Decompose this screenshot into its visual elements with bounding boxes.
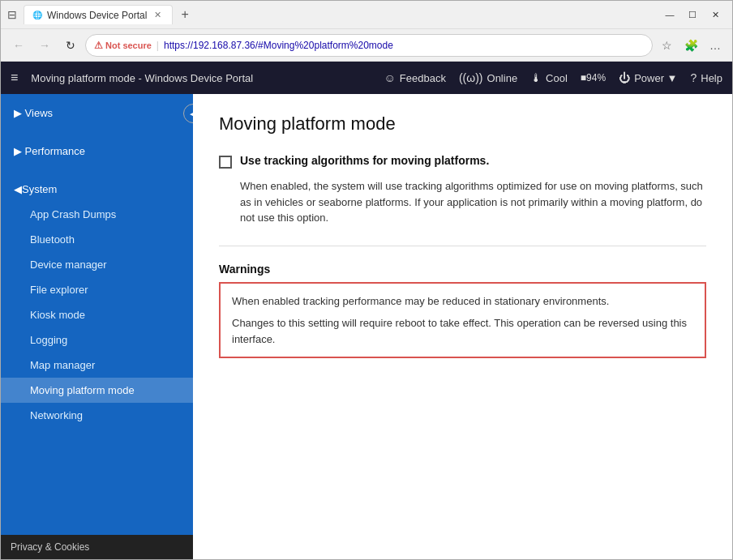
main-layout: ◀ ▶ Views ▶ Performance ◀System [1, 94, 732, 559]
minimize-button[interactable]: — [659, 6, 680, 23]
sidebar-item-bluetooth[interactable]: Bluetooth [1, 227, 193, 252]
sidebar-item-file-explorer[interactable]: File explorer [1, 277, 193, 302]
hamburger-menu-icon[interactable]: ≡ [11, 71, 18, 85]
address-url: https://192.168.87.36/#Moving%20platform… [164, 40, 393, 51]
app-title: Moving platform mode - Windows Device Po… [31, 72, 371, 84]
warnings-section: Warnings When enabled tracking performan… [219, 263, 706, 359]
nav-bar: ← → ↻ ⚠ Not secure | https://192.168.87.… [1, 29, 732, 62]
setting-description: When enabled, the system will use tracki… [240, 178, 706, 226]
sidebar: ◀ ▶ Views ▶ Performance ◀System [1, 94, 193, 559]
extensions-button[interactable]: 🧩 [680, 35, 701, 56]
performance-label: ▶ Performance [14, 145, 85, 157]
feedback-icon: ☺ [384, 71, 396, 84]
sidebar-header-views[interactable]: ▶ Views [1, 100, 193, 126]
sidebar-item-device-manager[interactable]: Device manager [1, 252, 193, 277]
sidebar-item-map-manager[interactable]: Map manager [1, 353, 193, 378]
system-label: ◀System [14, 183, 57, 195]
online-status: ((ω)) Online [459, 71, 517, 84]
warnings-box: When enabled tracking performance may be… [219, 282, 706, 359]
privacy-cookies-link[interactable]: Privacy & Cookies [1, 535, 193, 559]
feedback-label: Feedback [400, 72, 446, 84]
moving-platform-mode-label: Moving platform mode [30, 384, 135, 396]
battery-status: ■94% [581, 72, 606, 83]
bluetooth-label: Bluetooth [30, 233, 75, 246]
sidebar-section-views: ▶ Views [1, 94, 193, 132]
warning-text-2: Changes to this setting will require reb… [232, 315, 693, 347]
kiosk-mode-label: Kiosk mode [30, 309, 85, 321]
title-bar-left: ⊟ 🌐 Windows Device Portal ✕ + [7, 5, 194, 24]
new-tab-button[interactable]: + [176, 6, 193, 24]
tab-close-button[interactable]: ✕ [152, 9, 164, 21]
settings-menu-button[interactable]: … [705, 35, 726, 56]
power-icon: ⏻ [619, 71, 630, 84]
forward-button[interactable]: → [33, 34, 56, 57]
address-divider: | [156, 40, 159, 51]
title-bar: ⊟ 🌐 Windows Device Portal ✕ + — ☐ ✕ [1, 1, 732, 29]
setting-label: Use tracking algorithms for moving platf… [240, 154, 489, 167]
temperature-status: 🌡 Cool [530, 71, 568, 84]
maximize-button[interactable]: ☐ [682, 6, 703, 23]
tracking-checkbox[interactable] [219, 156, 232, 169]
address-bar[interactable]: ⚠ Not secure | https://192.168.87.36/#Mo… [85, 34, 653, 57]
temperature-label: Cool [546, 72, 568, 84]
back-button[interactable]: ← [7, 34, 30, 57]
window-menu-icon[interactable]: ⊟ [7, 8, 20, 21]
help-button[interactable]: ? Help [690, 71, 722, 84]
warning-icon: ⚠ [94, 40, 103, 51]
power-button[interactable]: ⏻ Power ▼ [619, 71, 677, 84]
browser-window: ⊟ 🌐 Windows Device Portal ✕ + — ☐ ✕ ← → … [0, 0, 733, 560]
page-title: Moving platform mode [219, 113, 706, 135]
close-button[interactable]: ✕ [705, 6, 726, 23]
sidebar-header-performance[interactable]: ▶ Performance [1, 139, 193, 164]
logging-label: Logging [30, 334, 67, 346]
networking-label: Networking [30, 409, 83, 421]
nav-icons: ☆ 🧩 … [656, 35, 726, 56]
sidebar-scroll: ▶ Views ▶ Performance ◀System App Crash … [1, 94, 193, 535]
app-toolbar: ≡ Moving platform mode - Windows Device … [1, 62, 732, 94]
sidebar-item-app-crash-dumps[interactable]: App Crash Dumps [1, 202, 193, 227]
temperature-icon: 🌡 [530, 71, 542, 84]
views-label: ▶ Views [14, 107, 53, 119]
sidebar-item-moving-platform-mode[interactable]: Moving platform mode [1, 378, 193, 403]
online-label: Online [487, 72, 518, 84]
sidebar-item-logging[interactable]: Logging [1, 327, 193, 353]
app-crash-dumps-label: App Crash Dumps [30, 208, 116, 220]
section-divider [219, 246, 706, 246]
help-icon: ? [690, 71, 697, 84]
tab-title: Windows Device Portal [47, 10, 147, 21]
sidebar-item-kiosk-mode[interactable]: Kiosk mode [1, 302, 193, 327]
map-manager-label: Map manager [30, 359, 95, 371]
browser-tab[interactable]: 🌐 Windows Device Portal ✕ [24, 5, 173, 24]
security-warning: ⚠ Not secure [94, 40, 152, 51]
sidebar-header-system[interactable]: ◀System [1, 177, 193, 202]
device-manager-label: Device manager [30, 259, 107, 271]
power-label: Power ▼ [634, 72, 677, 84]
setting-row: Use tracking algorithms for moving platf… [219, 154, 706, 169]
security-label: Not secure [105, 41, 152, 50]
warnings-title: Warnings [219, 263, 706, 276]
feedback-button[interactable]: ☺ Feedback [384, 71, 446, 84]
warning-text-1: When enabled tracking performance may be… [232, 293, 693, 310]
battery-label: ■94% [581, 72, 606, 83]
favorites-button[interactable]: ☆ [656, 35, 677, 56]
tab-favicon-icon: 🌐 [32, 11, 42, 19]
window-controls: — ☐ ✕ [659, 6, 726, 23]
refresh-button[interactable]: ↻ [59, 34, 82, 57]
file-explorer-label: File explorer [30, 284, 88, 296]
content-area: Moving platform mode Use tracking algori… [193, 94, 732, 559]
sidebar-section-performance: ▶ Performance [1, 132, 193, 170]
sidebar-section-system: ◀System App Crash Dumps Bluetooth Device… [1, 170, 193, 434]
privacy-cookies-label: Privacy & Cookies [11, 541, 89, 553]
sidebar-item-networking[interactable]: Networking [1, 403, 193, 428]
signal-icon: ((ω)) [459, 71, 483, 84]
help-label: Help [701, 72, 722, 84]
